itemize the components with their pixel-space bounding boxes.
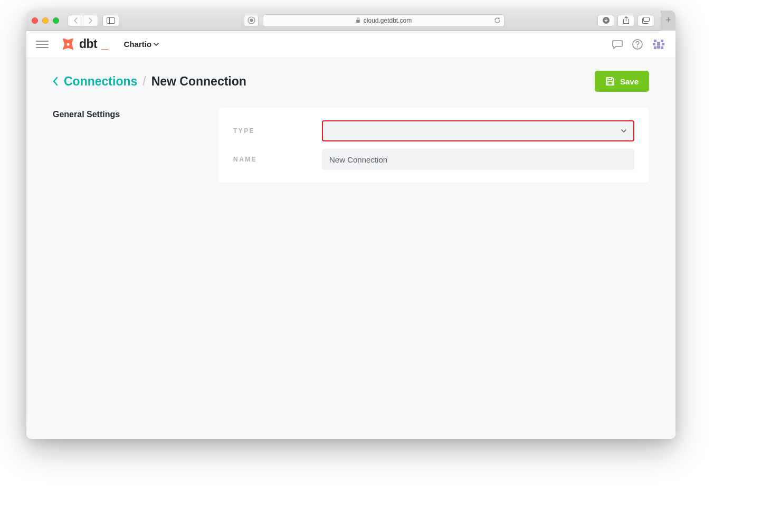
svg-rect-12	[657, 42, 660, 45]
save-button[interactable]: Save	[595, 71, 649, 92]
svg-rect-18	[608, 78, 612, 80]
chevron-down-icon	[621, 129, 627, 133]
svg-rect-13	[653, 43, 655, 45]
name-row: NAME	[233, 149, 634, 170]
user-avatar[interactable]	[651, 37, 666, 52]
svg-rect-14	[662, 43, 664, 45]
breadcrumb-separator: /	[142, 74, 146, 89]
svg-rect-16	[657, 45, 660, 49]
toolbar-right	[597, 15, 654, 26]
org-selector[interactable]: Chartio	[124, 40, 159, 49]
svg-rect-11	[661, 40, 663, 42]
logo-cursor: _	[101, 37, 108, 51]
app-header: dbt_ Chartio	[26, 31, 675, 58]
svg-point-9	[637, 46, 638, 48]
url-bar[interactable]: cloud.getdbt.com	[263, 14, 505, 27]
back-button[interactable]	[68, 15, 83, 26]
content-row: General Settings TYPE NAME	[53, 108, 649, 183]
logo[interactable]: dbt_	[61, 37, 108, 51]
save-icon	[605, 77, 615, 86]
save-button-label: Save	[620, 77, 639, 86]
new-tab-button[interactable]: +	[661, 11, 675, 31]
reader-privacy-button[interactable]	[244, 15, 259, 26]
sidebar-toggle-button[interactable]	[102, 15, 119, 26]
tabs-button[interactable]	[637, 15, 654, 26]
chevron-down-icon	[154, 43, 159, 46]
page-title: New Connection	[151, 74, 246, 89]
chat-button[interactable]	[611, 38, 624, 51]
svg-rect-15	[654, 46, 656, 49]
svg-rect-0	[107, 17, 115, 23]
lock-icon	[356, 17, 360, 23]
settings-card: TYPE NAME	[218, 108, 649, 183]
breadcrumb-back-icon[interactable]	[53, 77, 59, 86]
safari-toolbar: cloud.getdbt.com +	[26, 11, 675, 31]
window-controls	[32, 17, 59, 24]
name-label: NAME	[233, 156, 322, 163]
forward-button[interactable]	[83, 15, 98, 26]
svg-rect-6	[644, 17, 650, 22]
browser-window: cloud.getdbt.com +	[26, 11, 675, 439]
page-body: Connections / New Connection Save Genera…	[26, 58, 675, 439]
section-title: General Settings	[53, 108, 201, 183]
nav-back-forward	[68, 15, 98, 26]
dbt-logo-icon	[61, 37, 75, 51]
share-button[interactable]	[617, 15, 634, 26]
svg-point-3	[250, 19, 253, 22]
type-label: TYPE	[233, 127, 322, 135]
breadcrumb: Connections / New Connection	[53, 74, 246, 89]
logo-text: dbt	[79, 37, 97, 51]
svg-rect-10	[654, 40, 656, 42]
svg-point-7	[66, 43, 69, 45]
svg-rect-17	[661, 46, 663, 49]
refresh-icon[interactable]	[494, 17, 501, 24]
org-name: Chartio	[124, 40, 152, 49]
svg-rect-4	[356, 20, 360, 23]
menu-button[interactable]	[36, 38, 49, 51]
type-row: TYPE	[233, 120, 634, 141]
downloads-button[interactable]	[597, 15, 614, 26]
minimize-window-button[interactable]	[42, 17, 49, 24]
svg-rect-19	[608, 81, 612, 85]
url-text: cloud.getdbt.com	[364, 17, 412, 24]
help-button[interactable]	[631, 38, 644, 51]
breadcrumb-connections-link[interactable]: Connections	[64, 74, 137, 89]
maximize-window-button[interactable]	[53, 17, 59, 24]
close-window-button[interactable]	[32, 17, 38, 24]
type-select[interactable]	[322, 120, 634, 141]
name-input[interactable]	[322, 149, 634, 170]
page-header-row: Connections / New Connection Save	[53, 71, 649, 92]
